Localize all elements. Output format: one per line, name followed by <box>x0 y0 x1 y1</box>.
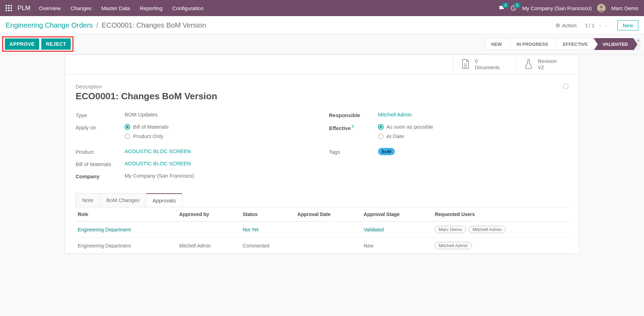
table-row[interactable]: Engineering Department Mitchell Admin Co… <box>76 238 568 254</box>
label-apply-on: Apply on <box>76 124 125 130</box>
radio-unchecked-icon <box>125 134 130 139</box>
pager: 1 / 1 ‹ › <box>585 21 609 30</box>
reject-button[interactable]: REJECT <box>41 38 71 50</box>
svg-rect-7 <box>8 10 9 11</box>
product-link[interactable]: ACOUSTIC BLOC SCREEN <box>125 148 191 154</box>
user-pill[interactable]: Mitchell Admin <box>469 226 506 233</box>
pager-prev-icon[interactable]: ‹ <box>597 21 603 30</box>
messaging-badge: 3 <box>503 3 508 8</box>
svg-rect-3 <box>6 7 7 9</box>
pager-count[interactable]: 1 / 1 <box>585 23 594 28</box>
svg-point-11 <box>600 6 603 8</box>
bom-link[interactable]: ACOUSTIC BLOC SCREEN <box>125 160 191 166</box>
stage-validated[interactable]: VALIDATED <box>594 38 634 50</box>
effective-atdate-radio[interactable]: At Date <box>378 133 568 139</box>
radio-checked-icon <box>125 124 130 130</box>
tag-bom[interactable]: BoM <box>378 148 395 155</box>
tab-approvals[interactable]: Approvals <box>146 193 183 207</box>
radio-checked-icon <box>378 124 384 130</box>
button-box: 0 Documents Revision V2 <box>65 55 579 74</box>
role-link[interactable]: Engineering Department <box>78 227 131 232</box>
stage-in-progress[interactable]: IN PROGRESS <box>507 38 554 50</box>
breadcrumb-current: ECO0001: Changes BoM Version <box>102 21 206 29</box>
role-cell: Engineering Department <box>76 238 177 254</box>
svg-rect-1 <box>8 5 9 6</box>
svg-rect-0 <box>6 5 7 6</box>
help-icon[interactable]: ? <box>352 124 354 129</box>
priority-toggle[interactable] <box>563 84 568 89</box>
svg-rect-5 <box>10 7 12 9</box>
form-sheet: 0 Documents Revision V2 Description ECO0… <box>65 54 579 254</box>
label-company: Company <box>76 173 125 179</box>
tab-bom-changes[interactable]: BoM Changes <box>100 193 146 207</box>
documents-count: 0 <box>475 58 500 64</box>
radio-unchecked-icon <box>378 134 384 139</box>
new-button[interactable]: New <box>617 20 638 30</box>
action-menu[interactable]: ⚙ Action <box>555 22 577 29</box>
label-responsible: Responsible <box>329 112 378 118</box>
responsible-link[interactable]: Mitchell Admin <box>378 112 412 117</box>
col-approved-by: Approved by <box>177 207 240 222</box>
pager-next-icon[interactable]: › <box>603 21 609 30</box>
revision-stat-button[interactable]: Revision V2 <box>516 55 579 74</box>
nav-reporting[interactable]: Reporting <box>140 5 162 11</box>
status-cell: Commented <box>240 238 295 254</box>
label-effective: Effective? <box>329 124 378 131</box>
value-company: My Company (San Francisco) <box>125 173 315 179</box>
breadcrumb-sep: / <box>96 21 98 29</box>
apps-icon[interactable] <box>6 5 12 11</box>
nav-overview[interactable]: Overview <box>39 5 61 11</box>
nav-changes[interactable]: Changes <box>71 5 92 11</box>
svg-rect-2 <box>10 5 12 6</box>
app-name[interactable]: PLM <box>18 5 30 12</box>
col-requested-users: Requested Users <box>433 207 568 222</box>
activities-icon[interactable]: 5 <box>510 5 517 11</box>
breadcrumb-root[interactable]: Engineering Change Orders <box>6 21 93 29</box>
stage-effective[interactable]: EFFECTIVE <box>554 38 594 50</box>
label-product: Product <box>76 148 125 155</box>
activities-badge: 5 <box>514 3 520 8</box>
control-panel: Engineering Change Orders / ECO0001: Cha… <box>0 16 644 34</box>
approved-by-cell: Mitchell Admin <box>177 238 240 254</box>
record-title: ECO0001: Changes BoM Version <box>76 91 217 102</box>
label-type: Type <box>76 112 125 118</box>
company-switcher[interactable]: My Company (San Francisco) <box>522 5 592 11</box>
value-type: BOM Updates <box>125 112 315 117</box>
table-row[interactable]: Engineering Department Not Yet Validated… <box>76 222 568 238</box>
nav-configuration[interactable]: Configuration <box>172 5 203 11</box>
approvals-panel: Role Approved by Status Approval Date Ap… <box>76 207 568 254</box>
approval-date-cell <box>295 222 362 238</box>
highlight-annotation: APPROVE REJECT <box>2 36 74 52</box>
top-nav: Overview Changes Master Data Reporting C… <box>39 5 204 11</box>
tab-note[interactable]: Note <box>76 193 100 207</box>
approved-by-cell <box>177 222 240 238</box>
col-status: Status <box>240 207 295 222</box>
user-pill[interactable]: Mitchell Admin <box>435 242 472 249</box>
stage-link[interactable]: Validated <box>364 227 384 232</box>
label-tags: Tags <box>329 148 378 155</box>
stage-cell: New <box>362 238 433 254</box>
approve-button[interactable]: APPROVE <box>5 38 39 50</box>
col-approval-stage: Approval Stage <box>362 207 433 222</box>
user-avatar[interactable] <box>597 4 606 12</box>
label-bom: Bill of Materials <box>76 160 125 167</box>
gear-icon: ⚙ <box>555 22 560 29</box>
stage-new[interactable]: NEW <box>485 38 507 50</box>
document-icon <box>461 59 470 70</box>
svg-rect-8 <box>10 10 12 11</box>
status-bar: APPROVE REJECT NEW IN PROGRESS EFFECTIVE… <box>0 34 644 54</box>
user-pill[interactable]: Marc Demo <box>435 226 466 233</box>
flask-icon <box>524 59 533 70</box>
svg-rect-4 <box>8 7 9 9</box>
user-menu[interactable]: Marc Demo <box>611 5 638 11</box>
documents-stat-button[interactable]: 0 Documents <box>453 55 516 74</box>
effective-asap-radio[interactable]: As soon as possible <box>378 124 568 130</box>
status-link[interactable]: Not Yet <box>243 227 258 232</box>
apply-on-product-radio[interactable]: Product Only <box>125 133 315 139</box>
messaging-icon[interactable]: 3 <box>498 5 505 11</box>
stage-pipeline: NEW IN PROGRESS EFFECTIVE VALIDATED ▴ <box>485 38 640 50</box>
nav-master-data[interactable]: Master Data <box>102 5 130 11</box>
topbar: PLM Overview Changes Master Data Reporti… <box>0 0 644 16</box>
apply-on-bom-radio[interactable]: Bill of Materials <box>125 124 315 130</box>
description-label: Description <box>76 84 217 89</box>
